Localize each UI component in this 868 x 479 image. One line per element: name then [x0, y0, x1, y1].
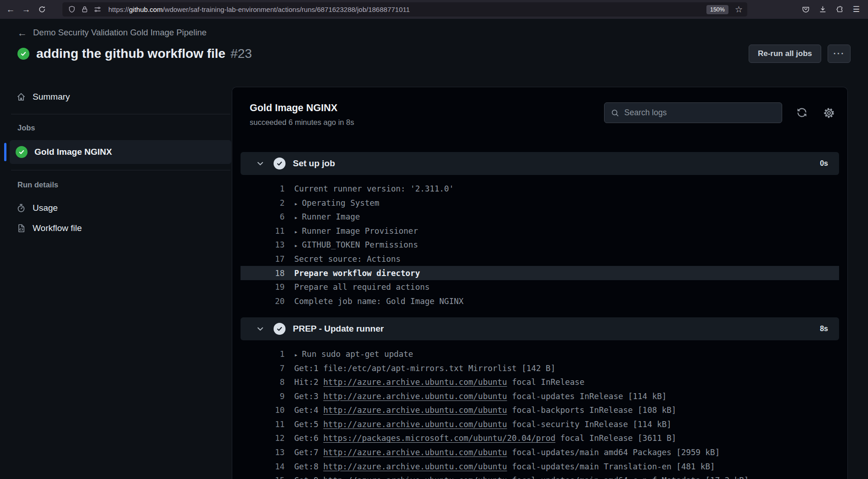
log-line-text: Hit:2 http://azure.archive.ubuntu.com/ub… — [294, 378, 584, 387]
search-logs-input[interactable] — [624, 108, 775, 118]
shield-icon[interactable] — [68, 6, 76, 13]
permissions-sliders-icon[interactable] — [94, 6, 101, 13]
log-line-number[interactable]: 10 — [241, 406, 285, 415]
rerun-all-jobs-button[interactable]: Re-run all jobs — [749, 45, 821, 63]
job-success-check-icon — [16, 146, 28, 158]
sidebar-item-workflow-file[interactable]: Workflow file — [0, 218, 232, 238]
log-line-text: Get:9 http://azure.archive.ubuntu.com/ub… — [294, 476, 749, 479]
log-line-number[interactable]: 9 — [241, 392, 285, 401]
expand-icon[interactable]: ▸ — [294, 214, 298, 221]
log-line-text: Get:3 http://azure.archive.ubuntu.com/ub… — [294, 392, 666, 401]
log-line: 2▸Operating System — [241, 196, 839, 210]
log-line-text: Get:6 https://packages.microsoft.com/ubu… — [294, 434, 676, 443]
log-line: 11Get:5 http://azure.archive.ubuntu.com/… — [241, 417, 839, 432]
section-duration: 0s — [820, 159, 828, 168]
browser-back-button[interactable]: ← — [3, 2, 18, 17]
download-icon[interactable] — [819, 6, 827, 13]
section-title: Set up job — [293, 158, 335, 169]
reload-icon — [38, 6, 46, 13]
log-line-number[interactable]: 6 — [241, 212, 285, 221]
kebab-menu-button[interactable]: ··· — [828, 45, 851, 63]
sidebar-item-summary[interactable]: Summary — [0, 88, 232, 106]
log-url-link[interactable]: http://azure.archive.ubuntu.com/ubuntu — [323, 406, 507, 415]
log-line-number[interactable]: 17 — [241, 254, 285, 264]
log-url-link[interactable]: http://azure.archive.ubuntu.com/ubuntu — [323, 462, 507, 471]
sidebar-divider — [11, 114, 230, 114]
sidebar: Summary Jobs Gold Image NGINX Run detail… — [0, 69, 232, 238]
log-line-text: Get:5 http://azure.archive.ubuntu.com/ub… — [294, 420, 672, 429]
run-number: #23 — [230, 46, 252, 61]
log-line: 10Get:4 http://azure.archive.ubuntu.com/… — [241, 403, 839, 417]
browser-forward-button[interactable]: → — [18, 2, 34, 17]
breadcrumb-back-arrow-icon[interactable]: ← — [17, 28, 27, 38]
stopwatch-icon — [17, 203, 26, 213]
log-line-number[interactable]: 1 — [241, 349, 285, 359]
log-line-text: Get:1 file:/etc/apt/apt-mirrors.txt Mirr… — [294, 364, 555, 373]
log-line-text: Prepare workflow directory — [294, 269, 420, 278]
gear-icon[interactable] — [823, 107, 834, 118]
file-code-icon — [17, 224, 26, 233]
lock-icon[interactable] — [81, 6, 89, 13]
home-icon — [17, 92, 26, 101]
log-url-link[interactable]: http://azure.archive.ubuntu.com/ubuntu — [323, 378, 507, 387]
log-line-number[interactable]: 18 — [241, 269, 285, 278]
sidebar-item-job-gold-image-nginx[interactable]: Gold Image NGINX — [10, 140, 231, 164]
extensions-puzzle-icon[interactable] — [836, 6, 844, 13]
run-header: ← Demo Security Validation Gold Image Pi… — [0, 19, 868, 69]
log-section-header[interactable]: Set up job0s — [241, 152, 839, 175]
log-url-link[interactable]: http://azure.archive.ubuntu.com/ubuntu — [323, 392, 507, 401]
log-line-number[interactable]: 15 — [241, 476, 285, 479]
log-line: 12Get:6 https://packages.microsoft.com/u… — [241, 431, 839, 445]
search-logs-box[interactable] — [604, 102, 782, 123]
log-line-text: Current runner version: '2.311.0' — [294, 184, 454, 193]
log-line-number[interactable]: 14 — [241, 462, 285, 471]
expand-icon[interactable]: ▸ — [294, 200, 298, 207]
log-line-number[interactable]: 20 — [241, 297, 285, 306]
log-line-number[interactable]: 11 — [241, 226, 285, 236]
page-title: adding the github workflow file — [36, 46, 225, 61]
section-duration: 8s — [820, 325, 828, 333]
log-line-number[interactable]: 19 — [241, 282, 285, 292]
url-bar[interactable]: https://github.com/wdower/saf-training-l… — [62, 2, 747, 17]
log-line-number[interactable]: 7 — [241, 364, 285, 373]
expand-icon[interactable]: ▸ — [294, 242, 298, 249]
log-line-number[interactable]: 11 — [241, 420, 285, 429]
log-section-header[interactable]: PREP - Update runner8s — [241, 317, 839, 340]
log-line: 8Hit:2 http://azure.archive.ubuntu.com/u… — [241, 375, 839, 389]
log-line-number[interactable]: 1 — [241, 184, 285, 193]
log-line: 17Secret source: Actions — [241, 252, 839, 266]
run-success-check-icon — [17, 48, 29, 60]
log-line-text: Get:4 http://azure.archive.ubuntu.com/ub… — [294, 406, 676, 415]
browser-reload-button[interactable] — [34, 2, 50, 17]
log-line-number[interactable]: 13 — [241, 240, 285, 249]
expand-icon[interactable]: ▸ — [294, 228, 298, 235]
sidebar-item-usage[interactable]: Usage — [0, 198, 232, 218]
url-text: https://github.com/wdower/saf-training-l… — [108, 6, 410, 13]
log-line-number[interactable]: 12 — [241, 434, 285, 443]
log-url-link[interactable]: http://azure.archive.ubuntu.com/ubuntu — [323, 476, 507, 479]
log-section: PREP - Update runner8s1▸Run sudo apt-get… — [241, 317, 839, 479]
zoom-level-badge[interactable]: 150% — [706, 5, 728, 14]
search-icon — [611, 109, 619, 117]
refresh-logs-icon[interactable] — [797, 107, 807, 118]
log-line-number[interactable]: 13 — [241, 448, 285, 457]
log-url-link[interactable]: http://azure.archive.ubuntu.com/ubuntu — [323, 448, 507, 457]
breadcrumb[interactable]: Demo Security Validation Gold Image Pipe… — [33, 28, 207, 38]
expand-icon[interactable]: ▸ — [294, 351, 298, 358]
log-line-text: Complete job name: Gold Image NGINX — [294, 297, 464, 306]
log-line-text: ▸Runner Image Provisioner — [294, 226, 418, 236]
log-line: 6▸Runner Image — [241, 210, 839, 224]
log-line: 11▸Runner Image Provisioner — [241, 224, 839, 238]
pocket-icon[interactable] — [802, 6, 810, 13]
log-line: 18Prepare workflow directory — [241, 266, 839, 280]
job-name: Gold Image NGINX — [34, 147, 112, 157]
bookmark-star-icon[interactable]: ☆ — [735, 4, 743, 15]
log-url-link[interactable]: http://azure.archive.ubuntu.com/ubuntu — [323, 420, 507, 429]
log-line-number[interactable]: 8 — [241, 378, 285, 387]
log-url-link[interactable]: https://packages.microsoft.com/ubuntu/20… — [323, 434, 555, 443]
sidebar-item-label: Usage — [33, 203, 58, 213]
log-line: 15Get:9 http://azure.archive.ubuntu.com/… — [241, 473, 839, 479]
step-success-check-icon — [274, 158, 286, 169]
menu-hamburger-icon[interactable]: ☰ — [853, 5, 860, 14]
log-line-number[interactable]: 2 — [241, 198, 285, 208]
